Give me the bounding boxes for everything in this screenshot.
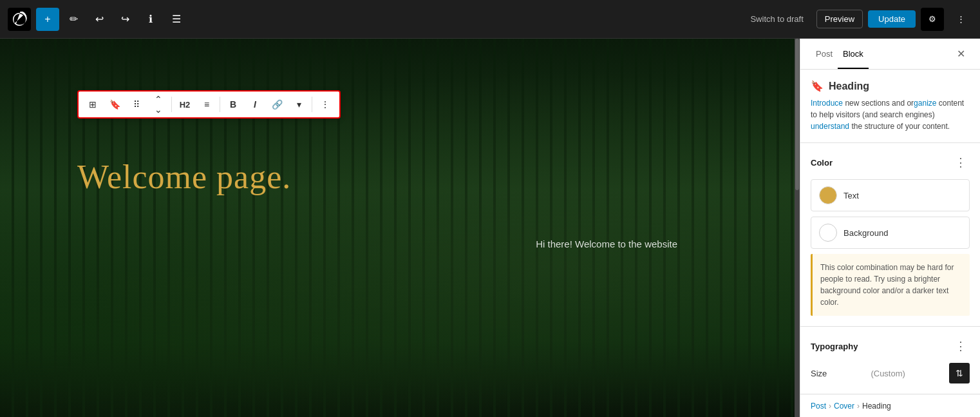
breadcrumb-sep-2: › [857,402,860,411]
h2-label: H2 [180,100,191,110]
chevron-updown-icon: ⌃⌄ [155,94,162,115]
panel-content: 🔖 Heading Introduce new sections and org… [800,70,980,394]
move-up-down-button[interactable]: ⌃⌄ [148,94,169,115]
block-panel-header: 🔖 Heading [811,80,970,92]
block-appender-icon: ⊞ [89,99,97,110]
typography-section-header: Typography ⋮ [811,335,970,355]
bold-icon: B [230,99,236,110]
update-button[interactable]: Update [868,10,916,28]
top-bar: + ✏ ↩ ↪ ℹ ☰ Switch to draft Preview Upda… [0,0,980,39]
introduce-link[interactable]: Introduce [811,99,843,108]
align-icon: ≡ [204,99,209,110]
section-divider-2 [800,326,980,327]
redo-icon: ↪ [121,13,129,25]
color-section-title: Color [811,158,833,168]
drag-handle-button[interactable]: 🔖 [104,94,125,115]
breadcrumb-sep-1: › [829,402,831,411]
info-icon: ℹ [149,13,153,25]
color-section-header: Color ⋮ [811,151,970,171]
dots-icon: ⋮ [955,155,966,170]
close-icon: ✕ [957,48,965,60]
italic-button[interactable]: I [245,94,265,115]
sub-text[interactable]: Hi there! Welcome to the website [536,238,677,249]
background-color-label: Background [843,228,888,238]
heading-text[interactable]: Welcome page. [77,158,291,196]
main-layout: ⊞ 🔖 ⠿ ⌃⌄ H2 ≡ [0,39,980,417]
block-tab[interactable]: Block [838,40,869,69]
breadcrumb-cover[interactable]: Cover [834,402,854,411]
redo-button[interactable]: ↪ [113,8,137,31]
toolbar-divider-2 [220,97,220,112]
bold-button[interactable]: B [223,94,243,115]
panel-close-button[interactable]: ✕ [952,45,970,63]
block-toolbar: ⊞ 🔖 ⠿ ⌃⌄ H2 ≡ [77,90,341,119]
color-warning-box: This color combination may be hard for p… [811,254,970,316]
pencil-icon: ✏ [70,13,78,25]
drag-icon: ⠿ [133,99,140,110]
heading-level-button[interactable]: H2 [174,94,195,115]
move-handle-button[interactable]: ⠿ [126,94,147,115]
right-panel: Post Block ✕ 🔖 Heading Introduce new sec… [800,39,980,417]
breadcrumb: Post › Cover › Heading [800,394,980,417]
link-button[interactable]: 🔗 [267,94,287,115]
wp-logo [8,8,31,31]
size-label: Size [811,369,827,378]
italic-icon: I [254,99,256,110]
more-rich-text-button[interactable]: ▾ [288,94,309,115]
bookmark-icon: 🔖 [811,80,824,92]
breadcrumb-heading: Heading [862,402,891,411]
editor-scrollbar[interactable] [795,39,800,417]
kebab-icon: ⋮ [957,14,965,24]
settings-button[interactable]: ⚙ [921,8,944,31]
post-tab[interactable]: Post [811,40,838,69]
list-icon: ☰ [172,13,181,25]
text-color-swatch [819,186,837,204]
ganize-link[interactable]: ganize [914,99,936,108]
size-icon: ⇅ [956,368,963,378]
link-icon: 🔗 [272,99,283,110]
list-view-button[interactable]: ☰ [165,8,188,31]
panel-header: Post Block ✕ [800,39,980,70]
cover-image: ⊞ 🔖 ⠿ ⌃⌄ H2 ≡ [0,39,800,417]
size-custom-label: (Custom) [871,369,905,378]
breadcrumb-post[interactable]: Post [811,402,826,411]
chevron-down-icon: ▾ [297,99,301,110]
toolbar-divider-1 [171,97,172,112]
info-button[interactable]: ℹ [139,8,162,31]
text-color-label: Text [843,191,859,200]
gear-icon: ⚙ [928,14,936,24]
preview-button[interactable]: Preview [816,10,863,28]
typography-section-title: Typography [811,342,858,351]
background-color-row[interactable]: Background [811,217,970,249]
color-more-button[interactable]: ⋮ [952,153,970,171]
add-block-button[interactable]: + [36,8,59,31]
more-options-button[interactable]: ⋮ [949,8,972,31]
undo-icon: ↩ [95,13,104,25]
size-row: Size (Custom) ⇅ [811,363,970,383]
typography-dots-icon: ⋮ [955,339,966,353]
section-divider-1 [800,142,980,143]
tools-button[interactable]: ✏ [62,8,85,31]
wp-logo-icon [12,12,27,27]
add-icon: + [44,14,50,25]
understand-link[interactable]: understand [811,122,849,131]
text-align-button[interactable]: ≡ [196,94,217,115]
background-color-swatch [819,224,837,242]
block-panel-desc: Introduce new sections and organize cont… [811,97,970,132]
undo-button[interactable]: ↩ [88,8,111,31]
switch-draft-button[interactable]: Switch to draft [742,10,811,28]
typography-more-button[interactable]: ⋮ [952,337,970,355]
top-right-actions: Switch to draft Preview Update ⚙ ⋮ [742,8,972,31]
editor-scrollbar-thumb [795,39,799,190]
text-color-row[interactable]: Text [811,179,970,211]
block-icon-button[interactable]: ⊞ [82,94,103,115]
toolbar-divider-3 [312,97,312,112]
bookmark-toolbar-icon: 🔖 [109,99,120,110]
block-panel-title: Heading [829,81,869,92]
editor-area: ⊞ 🔖 ⠿ ⌃⌄ H2 ≡ [0,39,800,417]
size-icon-button[interactable]: ⇅ [949,363,970,383]
block-options-button[interactable]: ⋮ [315,94,335,115]
ellipsis-icon: ⋮ [321,99,330,110]
